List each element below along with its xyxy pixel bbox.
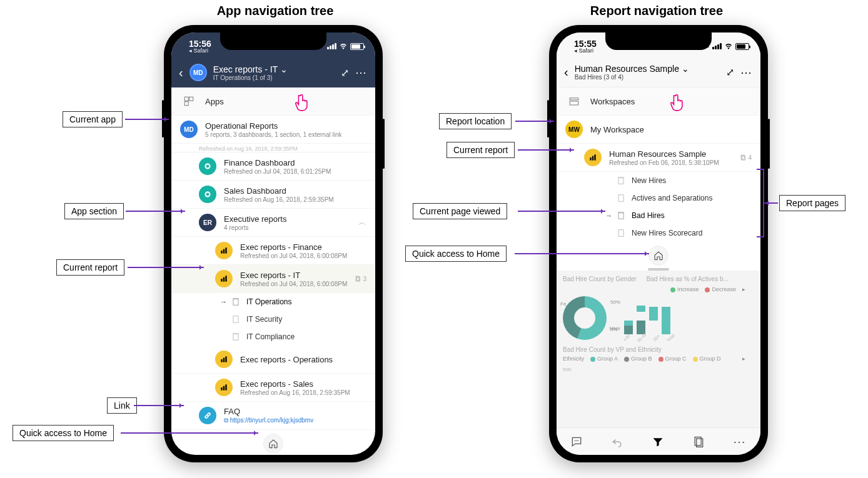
comment-icon[interactable] bbox=[570, 436, 583, 448]
filter-icon[interactable] bbox=[652, 436, 664, 448]
page-it-operations[interactable]: → IT Operations bbox=[171, 293, 375, 311]
svg-rect-0 bbox=[184, 97, 188, 101]
back-button[interactable]: ‹ bbox=[179, 66, 183, 80]
group-workspaces[interactable]: Workspaces bbox=[557, 87, 760, 116]
callout-report-location: Report location bbox=[439, 113, 512, 129]
expand-icon[interactable]: ⤢ bbox=[726, 66, 734, 78]
svg-rect-1 bbox=[189, 97, 193, 101]
callout-current-page: Current page viewed bbox=[413, 203, 507, 219]
home-button[interactable] bbox=[263, 434, 283, 454]
home-pill bbox=[557, 242, 760, 267]
svg-rect-23 bbox=[221, 387, 222, 391]
screen-right: 15:55 ◂ Safari ➤ ‹ Human Resources Sampl… bbox=[557, 32, 760, 455]
svg-point-6 bbox=[206, 193, 209, 196]
page-new-hires[interactable]: New Hires bbox=[557, 172, 760, 189]
svg-rect-37 bbox=[618, 212, 623, 214]
more-icon[interactable]: ⋯ bbox=[740, 66, 753, 79]
callout-current-report: Current report bbox=[56, 259, 124, 276]
undo-icon[interactable] bbox=[611, 436, 623, 448]
svg-rect-22 bbox=[225, 356, 226, 362]
screen-left: 15:56 ◂ Safari ‹ MD Exec reports - IT⌄ I… bbox=[171, 32, 375, 455]
expand-icon[interactable]: ⤢ bbox=[341, 67, 349, 79]
chevron-right-icon[interactable]: ▸ bbox=[742, 356, 745, 362]
nav-header: ‹ Human Resources Sample⌄ Bad Hires (3 o… bbox=[557, 60, 760, 87]
workspace-avatar: MW bbox=[565, 121, 583, 138]
header-title-text: Human Resources Sample bbox=[575, 64, 679, 74]
page-it-security[interactable]: IT Security bbox=[171, 311, 375, 328]
page-icon bbox=[617, 194, 625, 202]
link-faq[interactable]: FAQ ⧉ https://tinyurl.com/kjg;kjsdbmv bbox=[171, 402, 375, 430]
report-operations[interactable]: Exec reports - Operations bbox=[171, 346, 375, 374]
report-title: Exec reports - Operations bbox=[240, 355, 366, 364]
lead-line bbox=[125, 119, 169, 120]
back-button[interactable]: ‹ bbox=[564, 65, 568, 79]
signal-icon bbox=[327, 43, 336, 49]
section-title: Executive reports bbox=[224, 214, 351, 224]
nav-tree: Workspaces MW My Workspace Human Resourc… bbox=[557, 87, 760, 271]
svg-rect-17 bbox=[233, 316, 238, 323]
pages-icon[interactable] bbox=[692, 436, 705, 448]
home-button[interactable] bbox=[648, 246, 669, 266]
status-safari-back[interactable]: ◂ Safari bbox=[189, 48, 211, 54]
svg-rect-21 bbox=[223, 358, 225, 362]
report-finance[interactable]: Exec reports - Finance Refreshed on Jul … bbox=[171, 237, 375, 265]
report-title: Exec reports - Sales bbox=[240, 379, 366, 389]
dashboard-sales[interactable]: Sales Dashboard Refreshed on Aug 16, 201… bbox=[171, 181, 375, 209]
notch bbox=[220, 32, 326, 50]
chart-title: Bad Hires as % of Actives b... bbox=[647, 276, 729, 282]
group-apps[interactable]: Apps bbox=[171, 87, 375, 116]
report-sales[interactable]: Exec reports - Sales Refreshed on Aug 16… bbox=[171, 374, 375, 402]
svg-rect-25 bbox=[225, 384, 226, 390]
home-pill bbox=[171, 430, 375, 455]
callout-current-app: Current app bbox=[63, 111, 123, 127]
svg-rect-26 bbox=[570, 98, 578, 100]
page-label: IT Compliance bbox=[246, 332, 295, 341]
svg-rect-9 bbox=[225, 247, 226, 253]
page-bad-hires[interactable]: → Bad Hires bbox=[557, 207, 760, 224]
section-sub: 4 reports bbox=[224, 224, 351, 231]
svg-rect-12 bbox=[225, 276, 226, 281]
link-url: https://tinyurl.com/kjg;kjsdbmv bbox=[230, 417, 313, 424]
status-safari-back[interactable]: ◂ Safari bbox=[574, 48, 597, 54]
page-scorecard[interactable]: New Hires Scorecard bbox=[557, 224, 760, 242]
current-app-row[interactable]: MD Operational Reports 5 reports, 3 dash… bbox=[171, 116, 375, 144]
svg-rect-10 bbox=[221, 279, 222, 282]
workspace-title: My Workspace bbox=[590, 125, 752, 134]
chevron-down-icon: ⌄ bbox=[682, 64, 689, 74]
current-page-arrow-icon: → bbox=[605, 212, 612, 219]
dashboard-icon bbox=[199, 186, 216, 203]
svg-rect-27 bbox=[570, 101, 578, 105]
dashboard-finance[interactable]: Finance Dashboard Refreshed on Jul 04, 2… bbox=[171, 152, 375, 181]
svg-rect-11 bbox=[223, 277, 225, 282]
svg-rect-28 bbox=[590, 157, 591, 161]
header-title-text: Exec reports - IT bbox=[213, 64, 278, 74]
legend-item: Decrease bbox=[712, 286, 736, 292]
chevron-right-icon[interactable]: ▸ bbox=[742, 286, 745, 292]
app-subtitle: 5 reports, 3 dashboards, 1 section, 1 ex… bbox=[205, 131, 366, 138]
workspace-row[interactable]: MW My Workspace bbox=[557, 116, 760, 144]
more-icon[interactable]: ⋯ bbox=[355, 66, 368, 79]
notch bbox=[605, 32, 712, 50]
section-avatar: ER bbox=[199, 214, 216, 231]
legend-item: Group C bbox=[665, 356, 687, 362]
page-label: IT Security bbox=[246, 315, 282, 324]
page-actives-separations[interactable]: Actives and Separations bbox=[557, 189, 760, 207]
page-label: IT Operations bbox=[246, 297, 291, 306]
page-it-compliance[interactable]: IT Compliance bbox=[171, 328, 375, 346]
more-icon[interactable]: ⋯ bbox=[733, 434, 747, 449]
header-title-dropdown[interactable]: Human Resources Sample⌄ Bad Hires (3 of … bbox=[575, 64, 720, 81]
app-title: Operational Reports bbox=[205, 121, 366, 131]
legend-item: Group B bbox=[631, 356, 652, 362]
header-avatar[interactable]: MD bbox=[189, 64, 207, 81]
phone-left: 15:56 ◂ Safari ‹ MD Exec reports - IT⌄ I… bbox=[164, 25, 383, 462]
title-right: Report navigation tree bbox=[569, 4, 744, 18]
lead-line bbox=[515, 121, 554, 122]
callout-quick-home2: Quick access to Home bbox=[405, 246, 507, 262]
lead-line bbox=[518, 149, 574, 151]
partial-row: Refreshed on Aug 16, 2018, 2:59:35PM bbox=[171, 144, 375, 152]
header-title-dropdown[interactable]: Exec reports - IT⌄ IT Operations (1 of 3… bbox=[213, 64, 335, 81]
legend-item: Increase bbox=[677, 286, 699, 292]
report-hr-sample[interactable]: Human Resources Sample Refreshed on Feb … bbox=[557, 144, 760, 172]
svg-rect-19 bbox=[233, 334, 238, 335]
section-executive[interactable]: ER Executive reports 4 reports ︿ bbox=[171, 209, 375, 237]
